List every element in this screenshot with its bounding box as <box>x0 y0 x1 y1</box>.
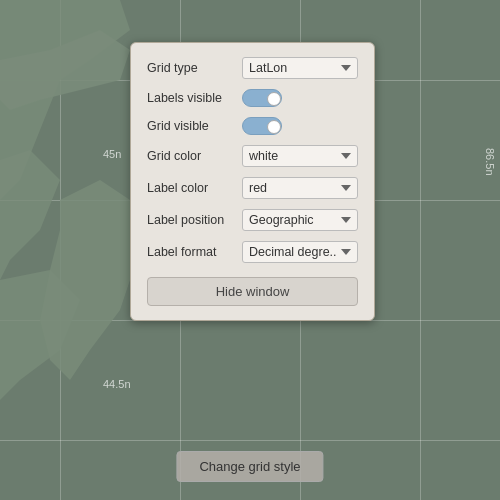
lon-label-1: 86.5n <box>484 148 496 176</box>
lat-label-2: 44.5n <box>103 378 131 390</box>
grid-visible-control <box>242 117 358 135</box>
change-grid-style-button[interactable]: Change grid style <box>176 451 323 482</box>
grid-color-select[interactable]: white black red blue yellow <box>242 145 358 167</box>
hide-window-button[interactable]: Hide window <box>147 277 358 306</box>
labels-visible-row: Labels visible <box>147 89 358 107</box>
labels-visible-control <box>242 89 358 107</box>
grid-visible-label: Grid visible <box>147 119 242 133</box>
grid-type-control: LatLon UTM MGRS <box>242 57 358 79</box>
label-format-label: Label format <box>147 245 242 259</box>
label-color-select[interactable]: red white black blue yellow <box>242 177 358 199</box>
label-format-select[interactable]: Decimal degre... DMS DDM <box>242 241 358 263</box>
grid-visible-row: Grid visible <box>147 117 358 135</box>
settings-panel: Grid type LatLon UTM MGRS Labels visible… <box>130 42 375 321</box>
grid-color-row: Grid color white black red blue yellow <box>147 145 358 167</box>
lat-label-1: 45n <box>103 148 121 160</box>
labels-visible-label: Labels visible <box>147 91 242 105</box>
label-color-label: Label color <box>147 181 242 195</box>
grid-type-row: Grid type LatLon UTM MGRS <box>147 57 358 79</box>
grid-type-select[interactable]: LatLon UTM MGRS <box>242 57 358 79</box>
grid-type-label: Grid type <box>147 61 242 75</box>
label-position-row: Label position Geographic Map edge Cente… <box>147 209 358 231</box>
label-format-row: Label format Decimal degre... DMS DDM <box>147 241 358 263</box>
labels-visible-toggle[interactable] <box>242 89 282 107</box>
label-color-control: red white black blue yellow <box>242 177 358 199</box>
label-color-row: Label color red white black blue yellow <box>147 177 358 199</box>
label-position-label: Label position <box>147 213 242 227</box>
label-position-select[interactable]: Geographic Map edge Center <box>242 209 358 231</box>
grid-visible-toggle[interactable] <box>242 117 282 135</box>
grid-color-control: white black red blue yellow <box>242 145 358 167</box>
hide-button-row: Hide window <box>147 277 358 306</box>
label-format-control: Decimal degre... DMS DDM <box>242 241 358 263</box>
grid-color-label: Grid color <box>147 149 242 163</box>
label-position-control: Geographic Map edge Center <box>242 209 358 231</box>
